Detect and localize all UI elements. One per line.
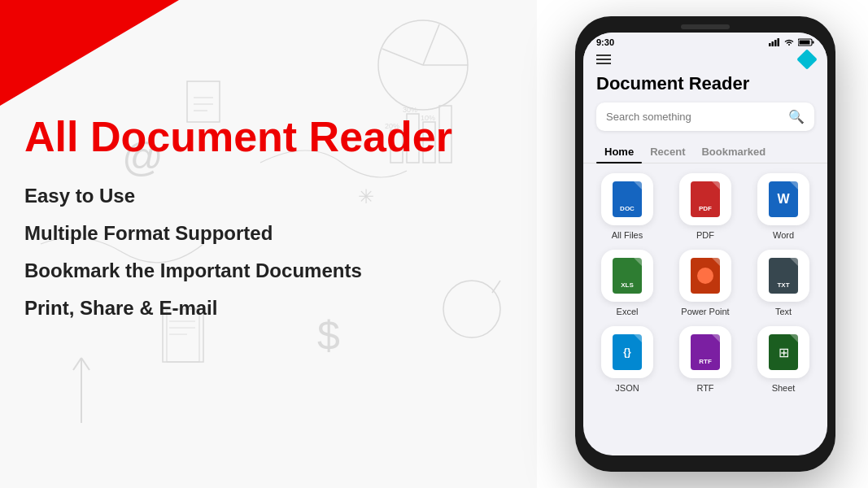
file-type-label: Sheet <box>772 383 796 393</box>
file-type-label: Power Point <box>681 307 729 316</box>
file-type-grid: All Files PDF <box>583 173 827 393</box>
signal-icon <box>769 38 780 46</box>
hamburger-menu-button[interactable] <box>596 54 611 64</box>
svg-line-2 <box>423 24 439 65</box>
file-type-item-pdf[interactable]: PDF <box>671 173 739 240</box>
svg-line-3 <box>382 49 423 65</box>
status-icons <box>769 38 814 46</box>
app-title: All Document Reader <box>24 114 496 160</box>
file-icon-wrap <box>679 326 731 378</box>
feature-item: Bookmark the Important Documents <box>24 259 496 282</box>
feature-item: Print, Share & E-mail <box>24 297 496 320</box>
all-files-icon <box>613 181 642 217</box>
file-type-item-json[interactable]: JSON <box>593 326 661 393</box>
svg-rect-29 <box>772 41 774 46</box>
search-bar[interactable]: 🔍 <box>596 102 814 131</box>
file-type-item-sheet[interactable]: Sheet <box>749 326 818 393</box>
hamburger-line <box>596 63 611 64</box>
file-type-item-text[interactable]: Text <box>749 250 818 316</box>
powerpoint-icon <box>691 258 720 294</box>
tab-recent[interactable]: Recent <box>642 141 693 163</box>
file-icon-wrap <box>679 250 731 302</box>
battery-icon <box>798 38 814 46</box>
file-type-label: Text <box>775 307 792 316</box>
json-icon <box>613 334 642 370</box>
file-icon-wrap <box>757 173 809 225</box>
phone-screen: 9:30 <box>583 33 827 455</box>
file-type-item-powerpoint[interactable]: Power Point <box>671 250 739 316</box>
tab-bookmarked[interactable]: Bookmarked <box>693 141 774 163</box>
search-icon[interactable]: 🔍 <box>788 109 805 124</box>
file-icon-wrap <box>757 250 809 302</box>
file-type-item-word[interactable]: Word <box>749 173 818 240</box>
phone-mockup: 9:30 <box>567 16 844 480</box>
file-icon-wrap <box>679 173 731 225</box>
app-title-bar: Document Reader <box>583 73 827 102</box>
file-type-label: Excel <box>617 307 639 316</box>
file-type-label: RTF <box>696 383 713 393</box>
search-input[interactable] <box>606 111 788 123</box>
file-type-item-rtf[interactable]: RTF <box>671 326 739 393</box>
file-type-label: JSON <box>615 383 639 393</box>
file-type-label: All Files <box>612 230 643 240</box>
file-type-label: Word <box>773 230 794 240</box>
file-type-item-all-files[interactable]: All Files <box>593 173 661 240</box>
tab-home[interactable]: Home <box>596 141 642 163</box>
svg-line-15 <box>73 358 81 370</box>
status-bar: 9:30 <box>583 33 827 50</box>
pdf-icon <box>691 181 720 217</box>
file-icon-wrap <box>601 173 653 225</box>
feature-item: Easy to Use <box>24 185 496 207</box>
tab-bar: Home Recent Bookmarked <box>583 141 827 163</box>
feature-item: Multiple Format Supported <box>24 222 496 245</box>
text-icon <box>769 258 798 294</box>
wifi-icon <box>783 38 795 46</box>
app-screen-title: Document Reader <box>596 73 814 94</box>
status-time: 9:30 <box>596 37 614 47</box>
left-panel: All Document Reader Easy to Use Multiple… <box>24 114 496 334</box>
svg-line-16 <box>81 358 89 370</box>
svg-rect-31 <box>778 38 780 46</box>
svg-rect-28 <box>769 43 771 46</box>
file-icon-wrap <box>601 250 653 302</box>
features-list: Easy to Use Multiple Format Supported Bo… <box>24 185 496 320</box>
rtf-icon <box>691 334 720 370</box>
excel-icon <box>613 258 642 294</box>
premium-icon <box>796 49 817 69</box>
file-icon-wrap <box>757 326 809 378</box>
sheet-icon <box>769 334 798 370</box>
phone-speaker <box>681 24 730 29</box>
file-type-item-excel[interactable]: Excel <box>593 250 661 316</box>
hamburger-line <box>596 54 611 56</box>
phone-outer: 9:30 <box>575 16 835 472</box>
file-type-label: PDF <box>696 230 714 240</box>
svg-rect-30 <box>774 40 777 46</box>
app-header-row <box>583 50 827 73</box>
svg-rect-33 <box>813 41 814 44</box>
word-icon <box>769 181 798 217</box>
svg-rect-34 <box>800 41 810 45</box>
file-icon-wrap <box>601 326 653 378</box>
phone-notch <box>583 24 827 29</box>
hamburger-line <box>596 59 611 60</box>
